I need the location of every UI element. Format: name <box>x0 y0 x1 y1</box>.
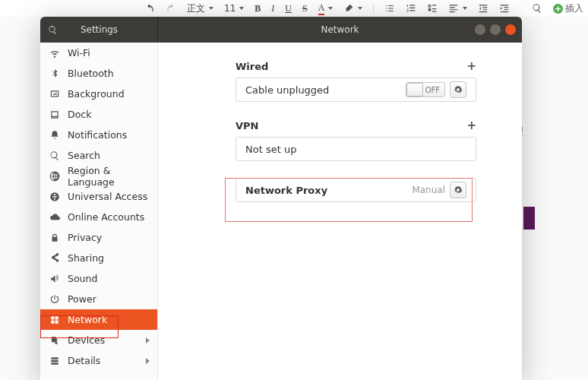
sidebar-item-details[interactable]: Details <box>40 350 157 371</box>
share-icon <box>49 253 60 264</box>
sidebar-item-network[interactable]: Network <box>40 309 157 330</box>
insert-button[interactable]: +插入 <box>553 2 583 15</box>
undo-icon[interactable] <box>144 3 155 14</box>
paragraph-style-dropdown[interactable]: 正文 <box>187 2 213 15</box>
align-icon[interactable] <box>448 3 467 14</box>
sidebar-item-label: Privacy <box>68 232 102 243</box>
sidebar-item-wi-fi[interactable]: Wi-Fi <box>40 43 157 63</box>
italic-icon[interactable]: I <box>271 3 274 14</box>
titlebar: Settings Network <box>40 17 522 43</box>
sidebar-item-label: Bluetooth <box>68 68 114 79</box>
background-block <box>523 207 535 230</box>
window-controls <box>475 17 516 43</box>
gear-icon <box>454 85 463 94</box>
page-title: Network <box>158 24 522 35</box>
wired-toggle[interactable]: OFF <box>406 82 445 97</box>
sidebar-item-label: Power <box>68 293 96 305</box>
sidebar-item-sharing[interactable]: Sharing <box>40 248 157 268</box>
bell-icon <box>49 130 60 141</box>
proxy-panel[interactable]: Network Proxy Manual <box>236 178 476 202</box>
sidebar-item-label: Network <box>68 314 107 325</box>
bluetooth-icon <box>49 68 60 79</box>
sidebar-item-bluetooth[interactable]: Bluetooth <box>40 63 157 84</box>
vpn-status: Not set up <box>245 144 296 155</box>
sidebar-item-label: Region & Language <box>68 165 148 188</box>
sidebar-item-label: Background <box>68 88 125 100</box>
universal-icon <box>49 192 60 202</box>
settings-window: Settings Network Wi-FiBluetoothBackgroun… <box>40 17 522 380</box>
maximize-button[interactable] <box>490 24 501 35</box>
chevron-right-icon <box>146 358 150 364</box>
indent-icon[interactable] <box>499 3 510 14</box>
add-wired-button[interactable]: + <box>466 59 476 73</box>
globe-icon <box>49 171 60 182</box>
wired-title-label: Wired <box>236 61 268 72</box>
bold-icon[interactable]: B <box>254 3 261 14</box>
sidebar-item-label: Sharing <box>68 252 104 264</box>
gear-icon <box>454 185 463 195</box>
redo-icon[interactable] <box>166 3 176 14</box>
details-icon <box>49 356 60 366</box>
sidebar-item-dock[interactable]: Dock <box>40 104 157 125</box>
wired-status: Cable unplugged <box>245 84 329 96</box>
sidebar-item-privacy[interactable]: Privacy <box>40 227 157 248</box>
sidebar-item-online-accounts[interactable]: Online Accounts <box>40 207 157 227</box>
editor-toolbar: 正文 11 B I U S A +插入 <box>0 0 588 17</box>
font-size-dropdown[interactable]: 11 <box>224 3 244 14</box>
add-vpn-button[interactable]: + <box>466 119 476 132</box>
sidebar-item-sound[interactable]: Sound <box>40 268 157 289</box>
sidebar-item-label: Dock <box>68 109 91 120</box>
search-icon <box>49 150 60 161</box>
outdent-icon[interactable] <box>478 3 488 14</box>
network-icon <box>49 315 60 325</box>
sidebar-item-label: Notifications <box>68 129 127 141</box>
sidebar-item-search[interactable]: Search <box>40 145 157 166</box>
proxy-mode: Manual <box>412 185 445 195</box>
font-color-icon[interactable]: A <box>318 2 334 15</box>
sidebar-item-label: Search <box>68 150 100 161</box>
cloud-icon <box>49 212 60 223</box>
sidebar: Wi-FiBluetoothBackgroundDockNotification… <box>40 43 158 380</box>
checklist-icon[interactable] <box>427 3 438 14</box>
sidebar-item-region-language[interactable]: Region & Language <box>40 166 157 186</box>
sidebar-item-label: Sound <box>68 273 97 284</box>
close-button[interactable] <box>505 24 516 35</box>
sidebar-item-universal-access[interactable]: Universal Access <box>40 186 157 207</box>
vpn-title-label: VPN <box>236 120 258 131</box>
content-area: Wired + Cable unplugged OFF <box>158 43 522 380</box>
wired-section-title: Wired + <box>236 59 476 73</box>
dock-icon <box>49 109 60 120</box>
highlight-icon[interactable] <box>343 3 362 14</box>
number-list-icon[interactable] <box>406 3 416 14</box>
sidebar-item-label: Online Accounts <box>68 211 144 223</box>
devices-icon <box>49 335 60 346</box>
minimize-button[interactable] <box>475 24 485 35</box>
sidebar-item-power[interactable]: Power <box>40 289 157 309</box>
wired-settings-button[interactable] <box>450 81 466 98</box>
vpn-panel: Not set up <box>236 137 476 161</box>
chevron-right-icon <box>146 337 150 344</box>
sidebar-item-background[interactable]: Background <box>40 84 157 104</box>
bullet-list-icon[interactable] <box>384 3 395 14</box>
wifi-icon <box>49 48 60 59</box>
find-icon[interactable] <box>532 3 542 14</box>
strike-icon[interactable]: S <box>302 3 308 14</box>
sidebar-item-label: Devices <box>68 334 105 346</box>
wired-panel: Cable unplugged OFF <box>236 78 476 102</box>
lock-icon <box>49 233 60 243</box>
sidebar-search-button[interactable] <box>40 17 158 43</box>
underline-icon[interactable]: U <box>285 3 292 14</box>
proxy-label: Network Proxy <box>245 185 327 196</box>
sidebar-item-label: Universal Access <box>68 191 147 202</box>
sound-icon <box>49 274 60 284</box>
sidebar-item-label: Details <box>68 355 100 366</box>
vpn-section-title: VPN + <box>236 119 476 132</box>
sidebar-item-devices[interactable]: Devices <box>40 330 157 350</box>
background-icon <box>49 89 60 100</box>
sidebar-item-label: Wi-Fi <box>68 47 90 59</box>
power-icon <box>49 294 60 305</box>
sidebar-item-notifications[interactable]: Notifications <box>40 125 157 145</box>
proxy-settings-button[interactable] <box>450 182 466 198</box>
